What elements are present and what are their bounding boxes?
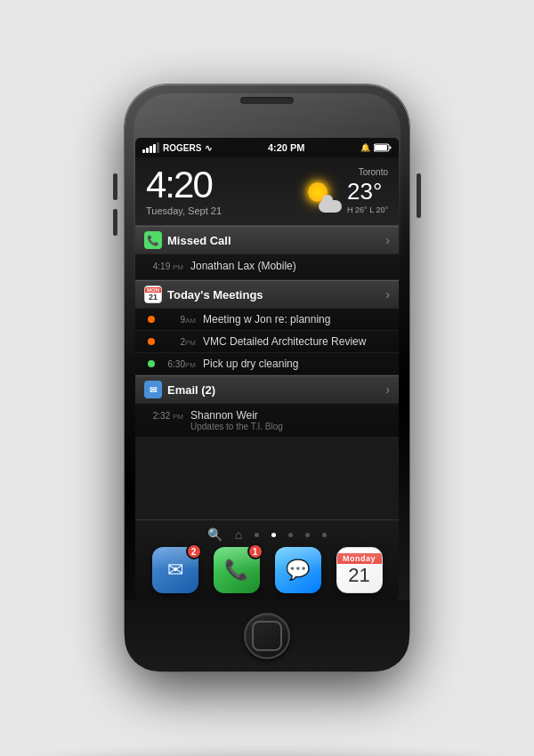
volume-down-button[interactable] (113, 209, 117, 236)
meeting-time-3: 6:30PM (162, 359, 196, 369)
weather-city: Toronto (359, 167, 388, 177)
weather-sun-icon (303, 177, 342, 216)
silent-icon: 🔔 (360, 143, 370, 152)
missed-call-time: 4:19 PM (148, 260, 183, 274)
speaker-grill (240, 97, 294, 104)
signal-bar-5 (157, 142, 159, 153)
email-icon: ✉ (144, 381, 162, 398)
meeting-row-3[interactable]: 6:30PM Pick up dry cleaning (135, 353, 399, 375)
missed-call-chevron: › (385, 233, 390, 247)
meetings-label: Today's Meetings (167, 288, 263, 302)
email-row-1[interactable]: 2:32 PM Shannon Weir Updates to the T.I.… (135, 404, 399, 438)
app-dock: 🔍 ⌂ ✉ (135, 519, 399, 600)
main-content: 4:20 Tuesday, Sept 21 Toronto 23° (135, 157, 399, 600)
weather-temp-row: 23° H 26° L 20° (303, 177, 388, 216)
calendar-app-container[interactable]: Monday 21 (336, 547, 383, 593)
meetings-chevron: › (385, 287, 390, 302)
weather-area: Toronto 23° H 26° L 20° (303, 167, 388, 216)
cloud-shape (319, 200, 342, 213)
missed-call-label: Missed Call (167, 234, 231, 247)
home-button-inner (252, 621, 282, 651)
clock-weather-widget: 4:20 Tuesday, Sept 21 Toronto 23° (135, 157, 399, 226)
wifi-icon: ∿ (205, 143, 212, 153)
status-bar: ROGERS ∿ 4:20 PM 🔔 (135, 138, 399, 157)
home-button[interactable] (244, 613, 290, 659)
clock-date: Tuesday, Sept 21 (146, 205, 222, 216)
missed-call-row[interactable]: 4:19 PM Jonathan Lax (Mobile) (135, 254, 399, 280)
signal-bar-3 (150, 146, 152, 153)
calendar-section-icon: MON 21 (144, 286, 162, 303)
meeting-dot-1 (148, 316, 155, 323)
messages-app-icon[interactable]: 💬 (275, 547, 321, 593)
carrier-label: ROGERS (163, 143, 201, 153)
weather-temp-area: 23° H 26° L 20° (347, 178, 388, 214)
signal-bar-4 (153, 144, 156, 153)
clock-area: 4:20 Tuesday, Sept 21 (146, 166, 222, 216)
dock-dot-3 (288, 533, 293, 537)
phone-frame: ROGERS ∿ 4:20 PM 🔔 (125, 84, 409, 672)
phone-screen: ROGERS ∿ 4:20 PM 🔔 (135, 138, 399, 600)
signal-bars (142, 142, 159, 153)
dock-dot-5 (322, 533, 327, 537)
messages-app-container[interactable]: 💬 (275, 547, 321, 593)
meeting-time-1: 9AM (162, 315, 196, 325)
signal-bar-1 (142, 149, 145, 153)
svg-rect-2 (375, 145, 387, 150)
missed-call-contact: Jonathan Lax (Mobile) (190, 260, 390, 272)
email-chevron: › (385, 382, 390, 397)
weather-temperature: 23° (347, 178, 388, 205)
meeting-time-2: 2PM (162, 337, 196, 347)
meeting-dot-2 (148, 338, 155, 345)
dock-nav: 🔍 ⌂ (144, 527, 390, 542)
meeting-title-3: Pick up dry cleaning (203, 358, 390, 370)
status-time: 4:20 PM (268, 142, 305, 153)
status-right: 🔔 (360, 143, 392, 152)
email-subject-1: Updates to the T.I. Blog (190, 422, 390, 431)
mail-badge: 2 (186, 543, 202, 559)
dock-dot-4 (305, 533, 310, 537)
calendar-day: 21 (348, 564, 369, 587)
meeting-dot-3 (148, 360, 155, 367)
dock-dot-2 (271, 533, 276, 537)
email-header[interactable]: ✉ Email (2) › (135, 375, 399, 404)
mail-app-container[interactable]: ✉ 2 (152, 547, 198, 593)
email-sender-1: Shannon Weir (190, 409, 390, 422)
battery-icon (374, 143, 392, 152)
phone-badge: 1 (247, 543, 263, 559)
meeting-title-2: VMC Detailed Architecture Review (203, 335, 390, 348)
missed-call-icon: 📞 (144, 231, 162, 249)
weather-hilo: H 26° L 20° (347, 205, 388, 214)
meetings-section: MON 21 Today's Meetings › 9AM Meeting w … (135, 280, 399, 375)
missed-call-header[interactable]: 📞 Missed Call › (135, 226, 399, 254)
clock-time: 4:20 (146, 166, 222, 204)
volume-up-button[interactable] (113, 173, 117, 200)
email-time-1: 2:32 PM (148, 409, 183, 423)
meetings-header[interactable]: MON 21 Today's Meetings › (135, 280, 399, 309)
meeting-title-1: Meeting w Jon re: planning (203, 313, 390, 326)
meeting-row-1[interactable]: 9AM Meeting w Jon re: planning (135, 309, 399, 331)
signal-bar-2 (146, 148, 149, 153)
email-section: ✉ Email (2) › 2:32 PM Shannon Weir (135, 375, 399, 438)
power-button[interactable] (417, 173, 421, 218)
dock-icons: ✉ 2 📞 1 (144, 547, 390, 593)
home-button-area (125, 600, 409, 672)
calendar-month: Monday (337, 553, 382, 564)
calendar-app-icon[interactable]: Monday 21 (336, 547, 383, 593)
svg-rect-1 (389, 147, 391, 149)
missed-call-section: 📞 Missed Call › 4:19 PM Jonathan Lax (Mo… (135, 226, 399, 280)
status-left: ROGERS ∿ (142, 142, 212, 153)
meeting-row-2[interactable]: 2PM VMC Detailed Architecture Review (135, 331, 399, 353)
phone-app-container[interactable]: 📞 1 (214, 547, 260, 593)
home-nav-icon[interactable]: ⌂ (235, 527, 242, 542)
search-nav-icon[interactable]: 🔍 (207, 527, 222, 542)
email-label: Email (2) (167, 383, 215, 397)
dock-dot-1 (255, 533, 259, 537)
